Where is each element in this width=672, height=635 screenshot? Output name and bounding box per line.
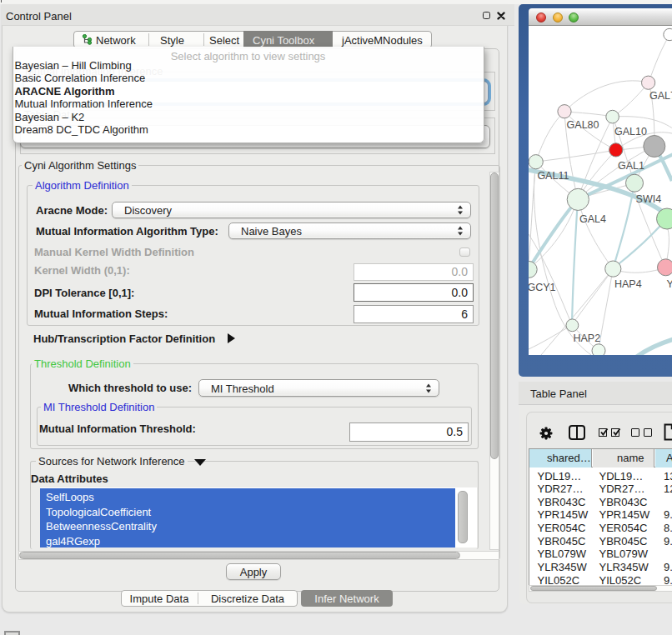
svg-text:GAL10: GAL10 [614, 126, 647, 138]
svg-text:YPL: YPL [667, 278, 672, 290]
svg-text:HAP4: HAP4 [614, 278, 642, 290]
svg-text:SWI4: SWI4 [636, 193, 662, 205]
svg-text:HAP2: HAP2 [574, 332, 601, 344]
svg-text:GAL80: GAL80 [567, 119, 599, 131]
svg-text:GAL1: GAL1 [618, 160, 644, 172]
svg-text:GAL7: GAL7 [649, 90, 672, 102]
svg-text:GAL11: GAL11 [537, 170, 569, 182]
svg-text:GAL4: GAL4 [579, 213, 606, 225]
svg-text:GCY1: GCY1 [529, 282, 555, 293]
